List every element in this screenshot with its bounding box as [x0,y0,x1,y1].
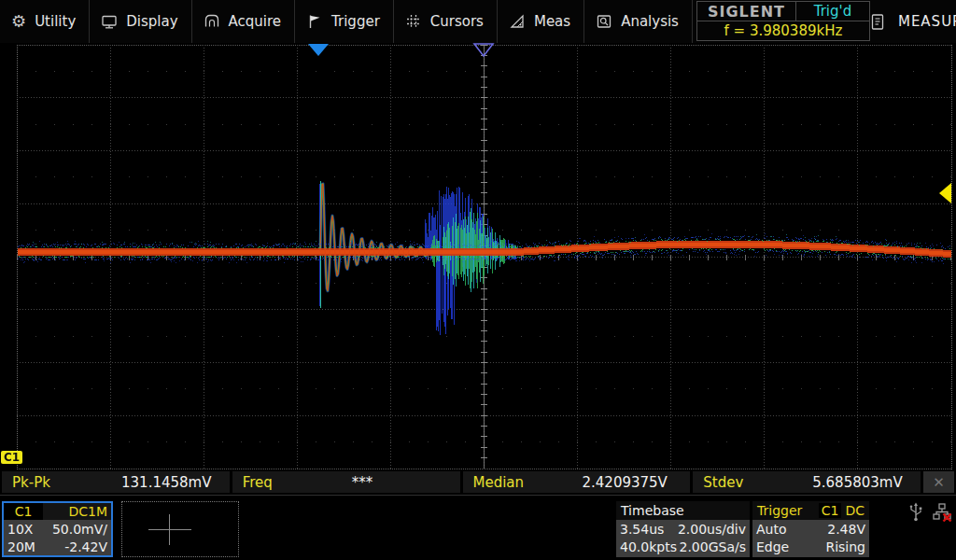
add-channel-box[interactable] [121,501,239,557]
measurement-label: Pk-Pk [2,474,121,491]
analysis-magnifier-icon [596,13,612,30]
crosshair-icon [169,514,170,545]
menu-label: Trigger [331,13,380,30]
trigger-frequency-readout: f = 3.980389kHz [697,21,869,40]
trigger-title: Trigger [757,503,802,518]
clipboard-icon [870,13,885,31]
trigger-position-marker[interactable] [472,43,495,62]
menu-item-cursors[interactable]: Cursors [394,0,498,43]
timebase-memory: 40.0kpts [620,539,677,554]
menu-item-acquire[interactable]: Acquire [192,0,296,43]
menu-label: Analysis [621,13,679,30]
trigger-delay-marker[interactable] [308,44,329,56]
menu-label: Meas [534,13,570,30]
trigger-descriptor-box[interactable]: Trigger C1 DC Auto 2.48V Edge Rising [752,501,869,557]
waveform-display-area[interactable]: C1 [0,43,956,470]
trigger-status: Trig'd [796,2,869,21]
measurement-value: *** [352,474,373,491]
measurement-value: 5.685803mV [812,474,902,491]
menu-label: Acquire [229,13,282,30]
channel-probe: 10X [7,522,33,537]
measurement-label: Stdev [693,474,812,491]
bottom-status-bar: C1 DC1M 10X 50.0mV/ 20M -2.42V Timebase … [0,497,956,560]
measurement-label: Freq [232,474,352,491]
channel-coupling: DC1M [43,503,111,520]
set-square-icon [509,13,526,30]
menu-item-trigger[interactable]: Trigger [295,0,394,43]
trigger-mode: Auto [756,522,787,537]
waveform-canvas[interactable] [0,43,956,470]
measurement-value: 2.4209375V [583,474,668,491]
measurement-pkpk[interactable]: Pk-Pk 131.1458mV [2,471,230,493]
cursors-grid-icon [405,13,422,30]
trigger-coupling: DC [845,503,865,518]
trigger-level-marker[interactable] [939,183,951,203]
crosshair-icon [148,529,191,530]
channel-name-chip: C1 [4,503,43,520]
trigger-slope: Rising [825,539,865,554]
menu-label: Display [126,13,177,30]
gear-icon: ⚙ [11,13,26,30]
acquire-arch-icon [204,13,220,30]
menu-item-display[interactable]: Display [90,0,191,43]
menu-item-utility[interactable]: ⚙ Utility [0,0,90,43]
channel-offset: -2.42V [64,539,107,554]
active-menu-title[interactable]: MEASURE [870,0,956,43]
top-menu-bar: ⚙ Utility Display Acquire Trigger Cursor… [0,0,956,43]
measurement-stdev[interactable]: Stdev 5.685803mV [693,471,921,493]
channel-bandwidth: 20M [7,539,35,554]
channel-scale: 50.0mV/ [52,522,107,537]
measurement-freq[interactable]: Freq *** [232,471,460,493]
menu-item-analysis[interactable]: Analysis [584,0,693,43]
monitor-icon [101,13,118,30]
trigger-level: 2.48V [827,522,865,537]
timebase-descriptor-box[interactable]: Timebase 3.54us 2.00us/div 40.0kpts 2.00… [616,501,750,557]
page-title: MEASURE [898,13,956,30]
close-measurements-button[interactable]: ✕ [923,471,954,493]
trigger-source: C1 [819,503,842,518]
menu-label: Utility [35,13,76,30]
flag-icon [306,13,323,30]
lan-disconnected-icon [932,502,952,526]
timebase-sample-rate: 2.00GSa/s [680,539,747,554]
timebase-title: Timebase [616,501,750,520]
channel1-descriptor-box[interactable]: C1 DC1M 10X 50.0mV/ 20M -2.42V [2,501,113,557]
brand-status-box: SIGLENT Trig'd f = 3.980389kHz [696,1,870,41]
menu-item-meas[interactable]: Meas [498,0,584,43]
channel-grid-label: C1 [1,451,22,464]
usb-icon [907,502,924,526]
timebase-scale: 2.00us/div [678,522,746,537]
timebase-delay: 3.54us [620,522,664,537]
measurement-bar: Pk-Pk 131.1458mV Freq *** Median 2.42093… [0,470,956,496]
brand-logo: SIGLENT [697,2,796,21]
trigger-type: Edge [756,539,789,554]
measurement-value: 131.1458mV [121,474,211,491]
measurement-median[interactable]: Median 2.4209375V [463,471,691,493]
measurement-label: Median [463,474,583,491]
menu-label: Cursors [430,13,484,30]
